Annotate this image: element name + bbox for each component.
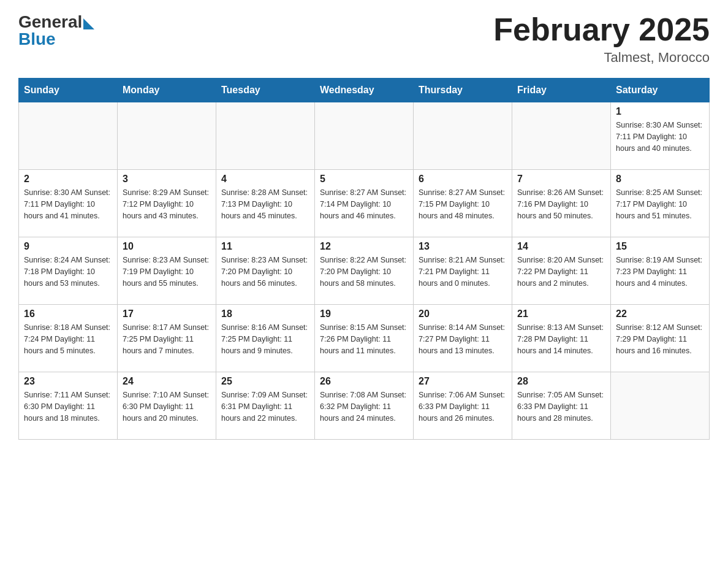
day-of-week-header: Monday [118,79,216,102]
day-number: 1 [616,106,704,117]
calendar-day-cell [216,102,315,170]
calendar-day-cell: 17Sunrise: 8:17 AM Sunset: 7:25 PM Dayli… [118,305,216,372]
day-number: 2 [24,174,112,185]
day-info: Sunrise: 8:29 AM Sunset: 7:12 PM Dayligh… [123,187,211,221]
day-of-week-header: Friday [512,79,611,102]
day-number: 21 [517,308,605,320]
day-info: Sunrise: 8:17 AM Sunset: 7:25 PM Dayligh… [123,322,211,356]
day-number: 20 [419,308,507,320]
logo: General Blue [18,12,94,49]
day-info: Sunrise: 7:09 AM Sunset: 6:31 PM Dayligh… [221,389,309,424]
day-info: Sunrise: 8:23 AM Sunset: 7:19 PM Dayligh… [123,255,211,289]
calendar-day-cell: 7Sunrise: 8:26 AM Sunset: 7:16 PM Daylig… [512,170,611,237]
day-of-week-header: Saturday [611,79,710,102]
day-number: 5 [320,174,408,185]
day-info: Sunrise: 8:27 AM Sunset: 7:14 PM Dayligh… [320,187,408,221]
day-number: 25 [221,376,309,387]
day-info: Sunrise: 8:23 AM Sunset: 7:20 PM Dayligh… [221,255,309,289]
calendar-day-cell: 1Sunrise: 8:30 AM Sunset: 7:11 PM Daylig… [611,102,710,170]
day-info: Sunrise: 8:26 AM Sunset: 7:16 PM Dayligh… [517,187,605,221]
day-info: Sunrise: 8:21 AM Sunset: 7:21 PM Dayligh… [419,255,507,289]
day-number: 23 [24,376,112,387]
calendar-day-cell: 4Sunrise: 8:28 AM Sunset: 7:13 PM Daylig… [216,170,315,237]
day-number: 26 [320,376,408,387]
day-number: 6 [419,174,507,185]
calendar-day-cell [414,102,512,170]
day-number: 10 [123,241,211,252]
day-info: Sunrise: 8:13 AM Sunset: 7:28 PM Dayligh… [517,322,605,356]
day-number: 14 [517,241,605,252]
header-row: SundayMondayTuesdayWednesdayThursdayFrid… [19,79,710,102]
day-info: Sunrise: 8:15 AM Sunset: 7:26 PM Dayligh… [320,322,408,356]
day-info: Sunrise: 8:19 AM Sunset: 7:23 PM Dayligh… [616,255,704,289]
day-number: 4 [221,174,309,185]
calendar-day-cell: 15Sunrise: 8:19 AM Sunset: 7:23 PM Dayli… [611,237,710,305]
day-number: 18 [221,308,309,320]
calendar-day-cell: 19Sunrise: 8:15 AM Sunset: 7:26 PM Dayli… [315,305,414,372]
calendar-week-row: 16Sunrise: 8:18 AM Sunset: 7:24 PM Dayli… [19,305,710,372]
day-info: Sunrise: 8:14 AM Sunset: 7:27 PM Dayligh… [419,322,507,356]
calendar-week-row: 9Sunrise: 8:24 AM Sunset: 7:18 PM Daylig… [19,237,710,305]
day-info: Sunrise: 8:30 AM Sunset: 7:11 PM Dayligh… [616,120,704,154]
calendar-day-cell: 6Sunrise: 8:27 AM Sunset: 7:15 PM Daylig… [414,170,512,237]
calendar-day-cell [19,102,118,170]
day-number: 28 [517,376,605,387]
day-number: 13 [419,241,507,252]
calendar-day-cell: 18Sunrise: 8:16 AM Sunset: 7:25 PM Dayli… [216,305,315,372]
title-block: February 2025 Talmest, Morocco [493,12,710,66]
calendar-day-cell: 13Sunrise: 8:21 AM Sunset: 7:21 PM Dayli… [414,237,512,305]
calendar-day-cell: 26Sunrise: 7:08 AM Sunset: 6:32 PM Dayli… [315,372,414,440]
calendar-day-cell: 20Sunrise: 8:14 AM Sunset: 7:27 PM Dayli… [414,305,512,372]
day-info: Sunrise: 8:25 AM Sunset: 7:17 PM Dayligh… [616,187,704,221]
calendar-week-row: 1Sunrise: 8:30 AM Sunset: 7:11 PM Daylig… [19,102,710,170]
day-info: Sunrise: 7:05 AM Sunset: 6:33 PM Dayligh… [517,389,605,424]
day-of-week-header: Sunday [19,79,118,102]
day-info: Sunrise: 7:11 AM Sunset: 6:30 PM Dayligh… [24,389,112,424]
calendar-title: February 2025 [493,12,710,47]
day-info: Sunrise: 8:12 AM Sunset: 7:29 PM Dayligh… [616,322,704,356]
calendar-day-cell: 8Sunrise: 8:25 AM Sunset: 7:17 PM Daylig… [611,170,710,237]
calendar-week-row: 23Sunrise: 7:11 AM Sunset: 6:30 PM Dayli… [19,372,710,440]
calendar-day-cell: 3Sunrise: 8:29 AM Sunset: 7:12 PM Daylig… [118,170,216,237]
day-info: Sunrise: 7:06 AM Sunset: 6:33 PM Dayligh… [419,389,507,424]
day-of-week-header: Wednesday [315,79,414,102]
day-info: Sunrise: 8:20 AM Sunset: 7:22 PM Dayligh… [517,255,605,289]
calendar-day-cell [611,372,710,440]
calendar-body: 1Sunrise: 8:30 AM Sunset: 7:11 PM Daylig… [19,102,710,440]
day-number: 8 [616,174,704,185]
day-number: 24 [123,376,211,387]
day-info: Sunrise: 8:16 AM Sunset: 7:25 PM Dayligh… [221,322,309,356]
day-number: 19 [320,308,408,320]
calendar-table: SundayMondayTuesdayWednesdayThursdayFrid… [18,78,710,440]
logo-blue-text: Blue [18,29,56,49]
day-info: Sunrise: 8:28 AM Sunset: 7:13 PM Dayligh… [221,187,309,221]
calendar-day-cell: 25Sunrise: 7:09 AM Sunset: 6:31 PM Dayli… [216,372,315,440]
day-info: Sunrise: 8:24 AM Sunset: 7:18 PM Dayligh… [24,255,112,289]
calendar-day-cell: 16Sunrise: 8:18 AM Sunset: 7:24 PM Dayli… [19,305,118,372]
calendar-day-cell [118,102,216,170]
day-number: 7 [517,174,605,185]
calendar-day-cell [512,102,611,170]
day-info: Sunrise: 8:30 AM Sunset: 7:11 PM Dayligh… [24,187,112,221]
day-number: 22 [616,308,704,320]
day-number: 12 [320,241,408,252]
calendar-header: SundayMondayTuesdayWednesdayThursdayFrid… [19,79,710,102]
day-info: Sunrise: 8:18 AM Sunset: 7:24 PM Dayligh… [24,322,112,356]
logo-arrow-icon [83,18,94,29]
day-of-week-header: Tuesday [216,79,315,102]
day-info: Sunrise: 8:22 AM Sunset: 7:20 PM Dayligh… [320,255,408,289]
day-number: 15 [616,241,704,252]
day-info: Sunrise: 7:10 AM Sunset: 6:30 PM Dayligh… [123,389,211,424]
calendar-day-cell: 9Sunrise: 8:24 AM Sunset: 7:18 PM Daylig… [19,237,118,305]
day-number: 27 [419,376,507,387]
calendar-day-cell: 10Sunrise: 8:23 AM Sunset: 7:19 PM Dayli… [118,237,216,305]
day-number: 17 [123,308,211,320]
calendar-day-cell: 21Sunrise: 8:13 AM Sunset: 7:28 PM Dayli… [512,305,611,372]
day-number: 3 [123,174,211,185]
calendar-day-cell: 28Sunrise: 7:05 AM Sunset: 6:33 PM Dayli… [512,372,611,440]
calendar-day-cell [315,102,414,170]
calendar-day-cell: 27Sunrise: 7:06 AM Sunset: 6:33 PM Dayli… [414,372,512,440]
day-info: Sunrise: 8:27 AM Sunset: 7:15 PM Dayligh… [419,187,507,221]
calendar-week-row: 2Sunrise: 8:30 AM Sunset: 7:11 PM Daylig… [19,170,710,237]
day-number: 9 [24,241,112,252]
